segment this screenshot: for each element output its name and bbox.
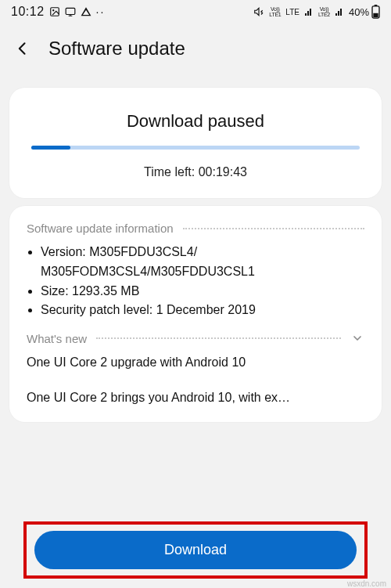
battery-percent: 40%: [349, 6, 369, 18]
download-progress: [31, 146, 360, 150]
whatsnew-line1: One UI Core 2 upgrade with Android 10: [27, 353, 364, 373]
version-item: Version: M305FDDU3CSL4/ M305FODM3CSL4/M3…: [41, 243, 364, 282]
status-bar: 10:12 ·· Vo))LTE1 LTE Vo)): [0, 0, 391, 22]
page-title: Software update: [48, 38, 185, 60]
svg-rect-4: [375, 5, 378, 6]
clock: 10:12: [11, 5, 45, 19]
download-status-heading: Download paused: [25, 111, 366, 132]
display-icon: [65, 6, 76, 17]
time-left-label: Time left: 00:19:43: [25, 165, 366, 179]
svg-rect-5: [373, 13, 378, 17]
watermark: wsxdn.com: [347, 579, 386, 588]
more-dots: ··: [96, 5, 106, 18]
divider: [96, 337, 341, 339]
lte-label: LTE: [285, 8, 300, 16]
signal1-icon: [304, 7, 314, 16]
image-icon: [49, 6, 60, 17]
patch-item: Security patch level: 1 December 2019: [41, 301, 364, 320]
chevron-down-icon: [351, 332, 364, 345]
highlight-annotation: Download: [23, 521, 368, 579]
update-info-list: Version: M305FDDU3CSL4/ M305FODM3CSL4/M3…: [27, 243, 364, 320]
divider: [183, 228, 364, 229]
size-item: Size: 1293.35 MB: [41, 282, 364, 301]
svg-rect-2: [66, 8, 75, 14]
info-section-label: Software update information: [27, 222, 174, 235]
back-button[interactable]: [14, 40, 31, 57]
whatsnew-body: One UI Core 2 upgrade with Android 10 On…: [27, 353, 364, 408]
whatsnew-section-label: What's new: [27, 332, 87, 345]
app-bar: Software update: [0, 22, 391, 88]
download-button[interactable]: Download: [34, 531, 357, 569]
mute-icon: [253, 6, 264, 17]
download-button-region: Download: [0, 521, 391, 579]
volte2-indicator: Vo))LTE2: [318, 6, 330, 17]
whatsnew-expand-button[interactable]: [350, 331, 364, 345]
warning-icon: [81, 6, 91, 17]
volte1-indicator: Vo))LTE1: [269, 6, 281, 17]
svg-point-1: [52, 9, 54, 11]
signal2-icon: [335, 7, 344, 16]
download-status-card: Download paused Time left: 00:19:43: [9, 88, 382, 198]
update-info-card: Software update information Version: M30…: [9, 206, 382, 422]
whatsnew-line2: One UI Core 2 brings you Android 10, wit…: [27, 388, 364, 408]
download-progress-fill: [31, 146, 70, 150]
battery-icon: [371, 5, 380, 19]
svg-rect-0: [50, 8, 59, 16]
